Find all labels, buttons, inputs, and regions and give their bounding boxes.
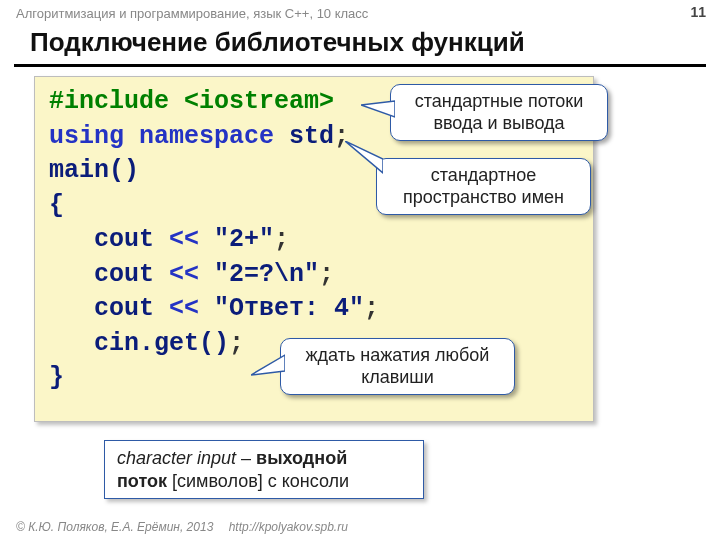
code-line: cout << "2=?\n"; [49, 258, 579, 293]
svg-marker-0 [361, 101, 395, 117]
footer-copyright: © К.Ю. Поляков, Е.А. Ерёмин, 2013 [16, 520, 213, 534]
course-header: Алгоритмизация и программирование, язык … [0, 0, 720, 23]
footer: © К.Ю. Поляков, Е.А. Ерёмин, 2013 http:/… [16, 520, 348, 534]
callout-iostream: стандартные потоки ввода и вывода [390, 84, 608, 141]
page-number: 11 [690, 4, 706, 20]
svg-marker-2 [251, 355, 285, 375]
callout-cinget: ждать нажатия любой клавиши [280, 338, 515, 395]
footer-link[interactable]: http://kpolyakov.spb.ru [229, 520, 348, 534]
svg-marker-1 [345, 141, 383, 173]
infobox-character-input: character input – выходнойпоток [символо… [104, 440, 424, 499]
code-line: cout << "2+"; [49, 223, 579, 258]
callout-namespace: стандартное пространство имен [376, 158, 591, 215]
code-line: cout << "Ответ: 4"; [49, 292, 579, 327]
slide-title: Подключение библиотечных функций [14, 23, 706, 67]
